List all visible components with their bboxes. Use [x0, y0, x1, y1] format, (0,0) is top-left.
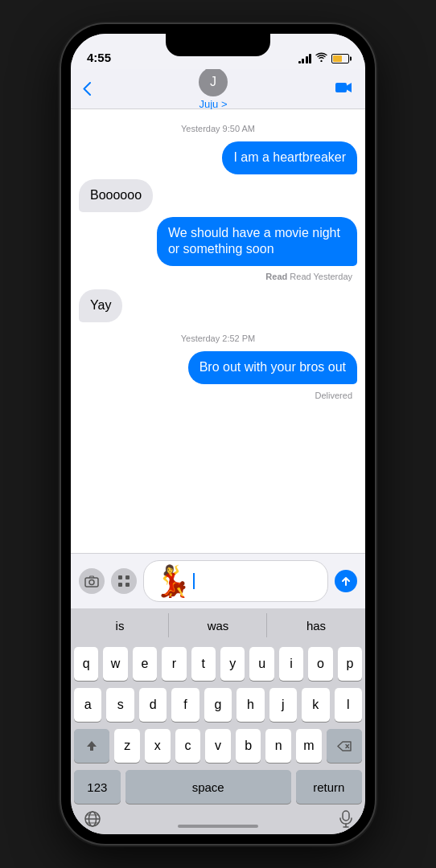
message-bubble: Yay — [79, 289, 122, 322]
video-call-button[interactable] — [335, 80, 353, 98]
key-row-1: q w e r t y u i o p — [74, 647, 362, 681]
contact-avatar: J — [199, 68, 228, 96]
contact-info[interactable]: J Juju > — [199, 68, 228, 110]
message-bubble: Bro out with your bros out — [188, 351, 357, 384]
svg-rect-5 — [118, 583, 122, 587]
key-t[interactable]: t — [191, 647, 216, 681]
text-cursor — [193, 573, 195, 589]
key-r[interactable]: r — [162, 647, 186, 681]
message-row: I am a heartbreaker — [79, 141, 357, 174]
key-k[interactable]: k — [302, 688, 329, 722]
battery-fill — [333, 55, 342, 62]
key-g[interactable]: g — [204, 688, 232, 722]
keyboard-bottom-bar — [71, 807, 365, 834]
notch — [166, 34, 270, 56]
delete-key[interactable] — [327, 729, 362, 763]
message-row: Yay — [79, 289, 357, 322]
keyboard-rows: q w e r t y u i o p a s d f g — [71, 642, 365, 807]
key-z[interactable]: z — [114, 729, 140, 763]
signal-bars-icon — [298, 54, 312, 63]
wifi-icon — [315, 52, 327, 64]
key-v[interactable]: v — [205, 729, 231, 763]
key-d[interactable]: d — [139, 688, 167, 722]
key-x[interactable]: x — [145, 729, 171, 763]
svg-rect-4 — [125, 575, 130, 579]
predictive-bar: is was has — [71, 608, 365, 642]
key-e[interactable]: e — [133, 647, 157, 681]
read-receipt: Read Read Yesterday — [79, 272, 352, 281]
message-row: We should have a movie night or somethin… — [79, 217, 357, 267]
key-y[interactable]: y — [220, 647, 245, 681]
key-p[interactable]: p — [338, 647, 362, 681]
battery-icon — [331, 54, 349, 63]
predictive-item-is[interactable]: is — [71, 608, 169, 642]
message-input-field[interactable]: 💃 — [143, 560, 328, 602]
message-row: Bro out with your bros out — [79, 351, 357, 384]
key-w[interactable]: w — [103, 647, 127, 681]
timestamp-2: Yesterday 2:52 PM — [79, 334, 357, 343]
message-bubble: Boooooo — [79, 179, 153, 212]
delivered-label: Delivered — [79, 391, 352, 400]
messages-area: Yesterday 9:50 AM I am a heartbreaker Bo… — [71, 109, 365, 553]
microphone-icon[interactable] — [339, 810, 352, 831]
key-q[interactable]: q — [74, 647, 98, 681]
svg-rect-12 — [343, 811, 349, 821]
key-u[interactable]: u — [249, 647, 274, 681]
predictive-item-has[interactable]: has — [267, 608, 365, 642]
nav-bar: J Juju > — [71, 69, 365, 109]
key-c[interactable]: c — [175, 729, 201, 763]
key-row-2: a s d f g h j k l — [74, 688, 362, 722]
status-time: 4:55 — [87, 51, 111, 64]
key-j[interactable]: j — [269, 688, 297, 722]
send-button[interactable] — [335, 570, 357, 592]
return-key[interactable]: return — [296, 770, 362, 804]
phone-frame: 4:55 — [61, 24, 375, 844]
key-l[interactable]: l — [335, 688, 362, 722]
timestamp-1: Yesterday 9:50 AM — [79, 124, 357, 133]
globe-icon[interactable] — [84, 810, 101, 831]
camera-button[interactable] — [79, 568, 105, 594]
apps-button[interactable] — [111, 568, 137, 594]
key-n[interactable]: n — [265, 729, 291, 763]
key-row-4: 123 space return — [74, 770, 362, 804]
svg-rect-0 — [335, 83, 347, 92]
message-bubble: We should have a movie night or somethin… — [157, 217, 357, 267]
phone-screen: 4:55 — [71, 34, 365, 834]
key-f[interactable]: f — [171, 688, 199, 722]
key-a[interactable]: a — [74, 688, 101, 722]
svg-point-2 — [89, 579, 94, 584]
key-b[interactable]: b — [236, 729, 261, 763]
status-icons — [298, 52, 350, 64]
shift-key[interactable] — [74, 729, 109, 763]
key-o[interactable]: o — [308, 647, 332, 681]
svg-rect-1 — [85, 578, 98, 587]
key-s[interactable]: s — [106, 688, 134, 722]
key-h[interactable]: h — [237, 688, 264, 722]
svg-rect-3 — [118, 575, 122, 579]
predictive-item-was[interactable]: was — [169, 608, 267, 642]
key-row-3: z x c v b n m — [74, 729, 362, 763]
numbers-key[interactable]: 123 — [74, 770, 121, 804]
keyboard: is was has q w e r t y u — [71, 608, 365, 834]
home-indicator — [178, 825, 258, 828]
svg-rect-6 — [125, 583, 130, 587]
key-m[interactable]: m — [296, 729, 322, 763]
back-button[interactable] — [83, 82, 91, 96]
key-i[interactable]: i — [279, 647, 303, 681]
message-row: Boooooo — [79, 179, 357, 212]
message-bubble: I am a heartbreaker — [222, 141, 357, 174]
contact-name: Juju > — [199, 98, 227, 110]
space-key[interactable]: space — [125, 770, 291, 804]
dancer-emoji: 💃 — [154, 566, 191, 596]
input-area: 💃 — [71, 553, 365, 608]
